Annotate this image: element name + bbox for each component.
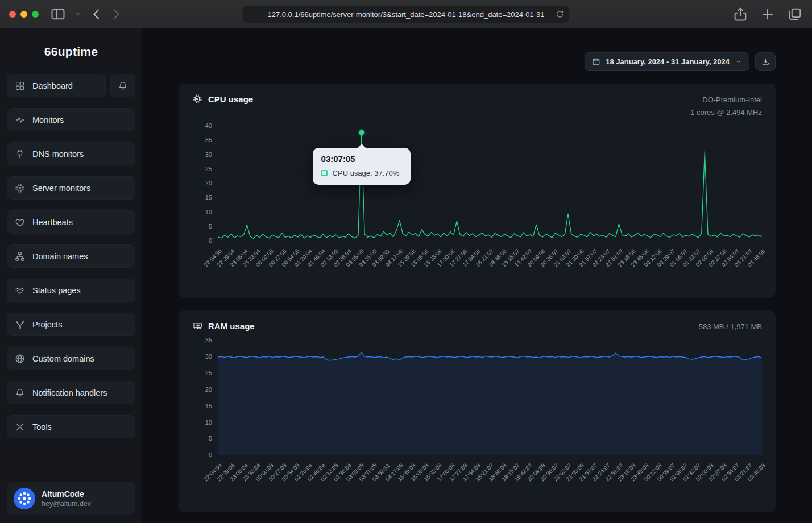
sidebar-nav: DashboardMonitorsDNS monitorsServer moni… <box>7 74 135 449</box>
tools-icon <box>15 422 25 432</box>
sidebar-item-notification-handlers[interactable]: Notification handlers <box>7 381 135 404</box>
y-tick-label: 20 <box>205 180 212 186</box>
sidebar-item-label: Heartbeats <box>32 218 73 227</box>
chart-tooltip: 03:07:05 CPU usage: 37.70% <box>313 148 411 185</box>
ram-chart-plot[interactable] <box>218 340 762 455</box>
avatar <box>14 488 35 509</box>
y-tick-label: 0 <box>209 451 212 458</box>
y-tick-label: 0 <box>209 237 212 244</box>
zoom-window-button[interactable] <box>32 11 39 18</box>
address-bar[interactable]: 127.0.0.1/66uptime/server-monitor/3&star… <box>243 6 570 23</box>
card-title: CPU usage <box>208 94 253 104</box>
heart-icon <box>15 217 25 227</box>
cpu-chart-plot[interactable]: 03:07:05 CPU usage: 37.70% <box>218 126 762 240</box>
sidebar-item-dashboard[interactable]: Dashboard <box>7 74 106 97</box>
sidebar-toggle-icon[interactable] <box>50 6 66 22</box>
plug-icon <box>15 149 25 159</box>
user-card[interactable]: AltumCode hey@altum.dev <box>7 482 135 515</box>
share-icon[interactable] <box>732 6 748 22</box>
date-range-label: 18 January, 2024 - 31 January, 2024 <box>606 57 730 66</box>
x-axis-labels: 22:04:5622:39:0423:06:0423:33:0400:00:05… <box>218 248 762 291</box>
bell-icon <box>118 81 128 91</box>
chevron-down-icon <box>735 58 742 65</box>
sidebar-item-label: Monitors <box>32 115 64 124</box>
reload-icon[interactable] <box>556 10 565 19</box>
chevron-down-icon[interactable] <box>69 6 85 22</box>
url-text: 127.0.0.1/66uptime/server-monitor/3&star… <box>267 10 544 19</box>
globe-icon <box>15 354 25 364</box>
y-tick-label: 5 <box>209 223 212 230</box>
y-tick-label: 30 <box>205 353 212 360</box>
legend-swatch <box>321 170 328 176</box>
sidebar-item-label: Server monitors <box>32 184 90 193</box>
sidebar-item-status-pages[interactable]: Status pages <box>7 279 135 302</box>
sidebar-item-server-monitors[interactable]: Server monitors <box>7 176 135 200</box>
back-button[interactable] <box>89 6 105 22</box>
tabs-overview-icon[interactable] <box>787 6 803 22</box>
pulse-icon <box>15 115 25 125</box>
sidebar-item-label: Notification handlers <box>32 388 107 397</box>
cpu-icon <box>192 94 202 104</box>
ram-usage-card: RAM usage 583 MB / 1,971 MB 353025201510… <box>179 310 776 512</box>
sidebar-item-tools[interactable]: Tools <box>7 415 135 438</box>
close-window-button[interactable] <box>9 11 16 18</box>
branch-icon <box>15 319 25 330</box>
sidebar-item-heartbeats[interactable]: Heartbeats <box>7 210 135 234</box>
y-tick-label: 10 <box>205 209 212 215</box>
minimize-window-button[interactable] <box>20 11 27 18</box>
export-button[interactable] <box>755 52 776 71</box>
sidebar-item-label: Dashboard <box>32 81 73 90</box>
sidebar-item-monitors[interactable]: Monitors <box>7 108 135 131</box>
main-content: 18 January, 2024 - 31 January, 2024 CPU … <box>142 28 812 523</box>
new-tab-icon[interactable] <box>760 6 776 22</box>
sidebar-item-domain-names[interactable]: Domain names <box>7 244 135 268</box>
y-axis-labels: 35302520151050 <box>192 337 218 458</box>
y-tick-label: 30 <box>205 151 212 158</box>
forward-button[interactable] <box>108 6 124 22</box>
wifi-icon <box>15 285 25 296</box>
user-name: AltumCode <box>42 489 91 499</box>
y-tick-label: 10 <box>205 419 212 426</box>
y-axis-labels: 4035302520151050 <box>192 122 218 244</box>
bell-icon <box>15 388 25 398</box>
y-tick-label: 5 <box>209 435 212 442</box>
sidebar-item-label: Custom domains <box>32 354 94 363</box>
tooltip-value: CPU usage: 37.70% <box>333 169 400 177</box>
user-email: hey@altum.dev <box>42 500 91 508</box>
sidebar-item-projects[interactable]: Projects <box>7 313 135 336</box>
sidebar-item-label: Domain names <box>32 252 88 261</box>
y-tick-label: 20 <box>205 386 212 393</box>
date-range-picker[interactable]: 18 January, 2024 - 31 January, 2024 <box>585 52 749 71</box>
chip-icon <box>15 183 25 193</box>
cpu-meta: DO-Premium-Intel 1 cores @ 2,494 MHz <box>690 94 762 119</box>
y-tick-label: 40 <box>205 122 212 129</box>
sidebar-item-label: Tools <box>32 422 52 431</box>
ram-meta: 583 MB / 1,971 MB <box>699 321 762 333</box>
y-tick-label: 15 <box>205 402 212 409</box>
sidebar: 66uptime DashboardMonitorsDNS monitorsSe… <box>0 28 142 523</box>
notifications-bell-button[interactable] <box>110 74 135 97</box>
sidebar-item-custom-domains[interactable]: Custom domains <box>7 347 135 370</box>
y-tick-label: 35 <box>205 337 212 343</box>
y-tick-label: 25 <box>205 370 212 376</box>
sidebar-item-dns-monitors[interactable]: DNS monitors <box>7 142 135 165</box>
y-tick-label: 15 <box>205 194 212 201</box>
brand-logo: 66uptime <box>7 28 135 74</box>
browser-chrome: 127.0.0.1/66uptime/server-monitor/3&star… <box>0 0 812 28</box>
x-axis-labels: 22:04:5622:39:0423:06:0423:33:0400:00:05… <box>218 462 762 505</box>
tooltip-time: 03:07:05 <box>321 154 402 164</box>
sidebar-item-label: DNS monitors <box>32 150 84 159</box>
sidebar-item-label: Projects <box>32 320 62 329</box>
download-icon <box>761 57 770 66</box>
y-tick-label: 35 <box>205 136 212 143</box>
grid-icon <box>15 81 25 91</box>
calendar-icon <box>592 57 600 66</box>
sidebar-item-label: Status pages <box>32 286 81 295</box>
traffic-lights <box>9 11 39 18</box>
data-point-marker <box>359 130 364 135</box>
y-tick-label: 25 <box>205 165 212 172</box>
sitemap-icon <box>15 251 25 262</box>
cpu-usage-card: CPU usage DO-Premium-Intel 1 cores @ 2,4… <box>179 84 776 298</box>
